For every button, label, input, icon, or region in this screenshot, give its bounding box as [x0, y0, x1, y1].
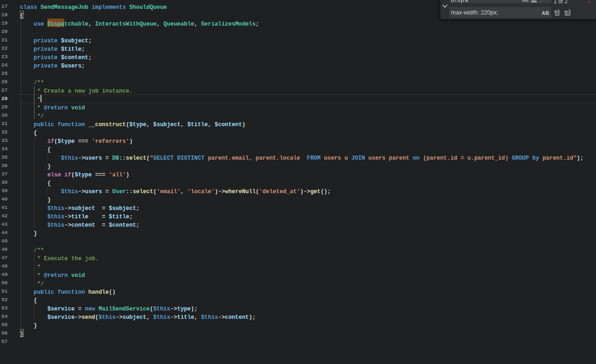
svg-text:ab: ab [566, 12, 569, 15]
svg-text:c: c [556, 13, 558, 15]
